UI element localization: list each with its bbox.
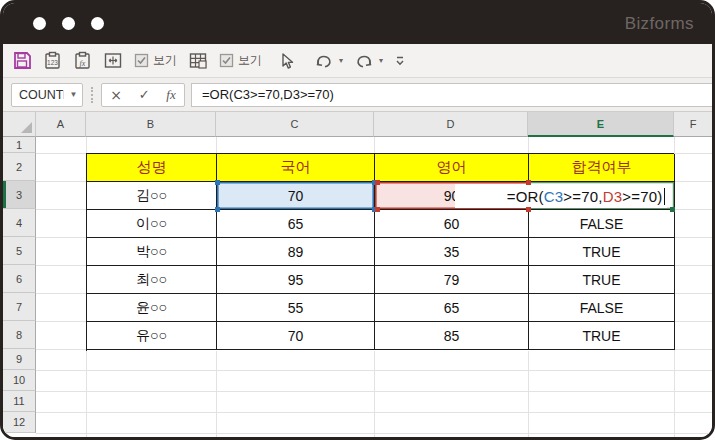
toolbar: 123 fx 보기 보기 ▾ ▾ [3,44,712,78]
column-header-e[interactable]: E [528,112,674,137]
formula-buttons: × ✓ fx [101,83,185,107]
cursor-icon[interactable] [279,52,295,70]
view-label: 보기 [238,52,262,69]
row-header-9[interactable]: 9 [3,349,36,370]
cell-b8[interactable]: 유○○ [87,322,217,350]
cell-e5[interactable]: TRUE [529,238,675,266]
column-header-b[interactable]: B [86,112,216,137]
column-header-d[interactable]: D [374,112,528,137]
view-label: 보기 [153,52,177,69]
select-all-corner[interactable] [3,112,36,137]
expand-grid-icon[interactable] [103,51,123,70]
cell-c6[interactable]: 95 [217,266,375,294]
screen: Bizforms 123 fx 보기 보기 ▾ [0,0,715,440]
cell-c5[interactable]: 89 [217,238,375,266]
formula-input[interactable]: =OR(C3>=70,D3>=70) [191,83,712,107]
cancel-icon[interactable]: × [110,87,122,103]
cell-d4[interactable]: 60 [375,210,529,238]
cell-d5[interactable]: 35 [375,238,529,266]
data-table: 성명 국어 영어 합격여부 김○○ 70 90 이○○ 65 60 FALSE … [86,153,674,351]
header-cell-korean[interactable]: 국어 [217,154,375,182]
cell-b3[interactable]: 김○○ [87,182,217,210]
row-header-5[interactable]: 5 [3,237,36,265]
cell-c7[interactable]: 55 [217,294,375,322]
range-handle[interactable] [526,207,531,212]
cell-editor-e3[interactable]: =OR(C3>=70,D3>=70) [455,184,667,208]
insert-function-icon[interactable]: fx [166,87,175,103]
svg-text:123: 123 [47,59,58,66]
chevron-down-icon: ▾ [379,56,383,65]
range-handle[interactable] [375,180,380,185]
redo-icon[interactable]: ▾ [314,52,343,70]
window-dot-1[interactable] [33,17,46,30]
range-handle[interactable] [215,180,220,185]
cell-d8[interactable]: 85 [375,322,529,350]
row-header-1[interactable]: 1 [3,137,36,153]
gridline [36,391,712,392]
undo-icon[interactable]: ▾ [354,52,383,70]
column-header-f[interactable]: F [674,112,712,137]
cell-b7[interactable]: 윤○○ [87,294,217,322]
enter-icon[interactable]: ✓ [139,87,150,102]
cell-d7[interactable]: 65 [375,294,529,322]
window-dot-3[interactable] [91,17,104,30]
formula-bar-separator [91,87,93,103]
row-header-3[interactable]: 3 [3,181,36,209]
checkbox-view-1[interactable]: 보기 [134,52,177,69]
gridline [36,412,712,413]
toolbar-overflow-icon[interactable] [394,54,406,68]
cell-b6[interactable]: 최○○ [87,266,217,294]
cell-e8[interactable]: TRUE [529,322,675,350]
cell-e7[interactable]: FALSE [529,294,675,322]
app-window: Bizforms 123 fx 보기 보기 ▾ [0,0,715,440]
header-cell-name[interactable]: 성명 [87,154,217,182]
row-header-4[interactable]: 4 [3,209,36,237]
gridline [36,370,712,371]
chevron-down-icon: ▾ [339,56,343,65]
cell-c3[interactable]: 70 [217,182,375,210]
window-controls[interactable] [33,17,104,30]
svg-text:fx: fx [80,59,86,68]
brand-logo: Bizforms [625,14,694,34]
name-box-value: COUNT [12,88,63,102]
name-box[interactable]: COUNT ▼ [11,83,83,107]
column-header-a[interactable]: A [36,112,86,137]
name-box-dropdown-icon[interactable]: ▼ [63,90,82,99]
row-header-2[interactable]: 2 [3,153,36,181]
paste-values-icon[interactable]: 123 [43,51,62,70]
row-header-8[interactable]: 8 [3,321,36,349]
text-caret [664,188,666,205]
cell-b5[interactable]: 박○○ [87,238,217,266]
column-header-c[interactable]: C [216,112,374,137]
formula-segment: =OR( [507,188,544,205]
row-header-7[interactable]: 7 [3,293,36,321]
header-cell-english[interactable]: 영어 [375,154,529,182]
formula-segment: >=70, [563,188,602,205]
paste-formula-icon[interactable]: fx [73,51,92,70]
range-handle[interactable] [526,180,531,185]
row-header-10[interactable]: 10 [3,370,36,391]
header-cell-pass[interactable]: 합격여부 [529,154,675,182]
cell-c8[interactable]: 70 [217,322,375,350]
row-header-12[interactable]: 12 [3,412,36,433]
gridline [36,433,712,434]
corner-triangle-icon [21,122,32,133]
cell-e4[interactable]: FALSE [529,210,675,238]
checkbox-view-2[interactable]: 보기 [219,52,262,69]
cell-b4[interactable]: 이○○ [87,210,217,238]
formula-text: =OR(C3>=70,D3>=70) [192,87,334,102]
save-icon[interactable] [13,51,32,70]
range-handle[interactable] [215,207,220,212]
range-handle[interactable] [375,207,380,212]
cell-c4[interactable]: 65 [217,210,375,238]
formula-bar: COUNT ▼ × ✓ fx =OR(C3>=70,D3>=70) [3,78,712,112]
row-header-6[interactable]: 6 [3,265,36,293]
cell-d6[interactable]: 79 [375,266,529,294]
spreadsheet-grid: A B C D E F 1 2 3 4 5 6 7 8 9 10 11 12 [3,112,712,437]
fill-handle[interactable] [670,207,675,212]
window-dot-2[interactable] [62,17,75,30]
formula-segment: >=70) [622,188,662,205]
cell-e6[interactable]: TRUE [529,266,675,294]
table-icon[interactable] [188,51,208,70]
row-header-11[interactable]: 11 [3,391,36,412]
